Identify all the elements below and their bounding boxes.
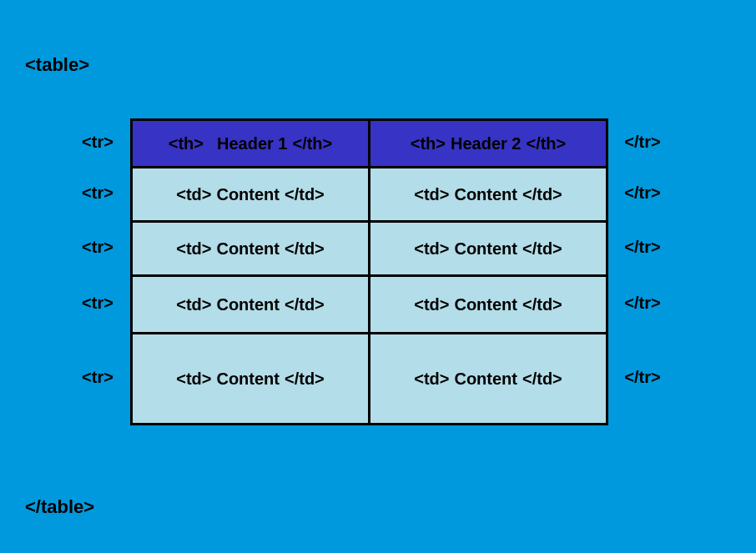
- header-1-text: Header 1: [217, 134, 288, 153]
- header-row: <tr> <th> Header 1 </th> <th> Header 2 <…: [65, 118, 671, 166]
- td-open-tag: <td>: [414, 295, 449, 314]
- tr-open-tag: <tr>: [65, 133, 130, 152]
- body-cell-4-1: <td> Content </td>: [130, 332, 370, 425]
- body-cell-1-1: <td> Content </td>: [130, 166, 370, 223]
- td-close-tag: </td>: [522, 185, 562, 204]
- header-2-text: Header 2: [451, 134, 522, 153]
- table-open-tag: <table>: [25, 54, 89, 76]
- td-close-tag: </td>: [522, 239, 562, 259]
- td-open-tag: <td>: [176, 239, 211, 259]
- tr-open-tag: <tr>: [65, 238, 130, 257]
- td-close-tag: </td>: [285, 295, 325, 314]
- content-text: Content: [454, 370, 517, 389]
- body-cell-3-1: <td> Content </td>: [130, 274, 370, 334]
- td-open-tag: <td>: [414, 185, 449, 204]
- th-open-tag: <th>: [411, 134, 446, 153]
- th-open-tag: <th>: [169, 134, 204, 153]
- header-cell-1: <th> Header 1 </th>: [130, 118, 370, 168]
- td-close-tag: </td>: [285, 185, 325, 204]
- header-cell-2: <th> Header 2 </th>: [368, 118, 608, 168]
- td-close-tag: </td>: [522, 295, 562, 314]
- content-text: Content: [216, 239, 280, 259]
- table-close-tag: </table>: [25, 496, 94, 518]
- th-close-tag: </th>: [526, 134, 566, 153]
- tr-close-tag: </tr>: [606, 133, 671, 152]
- content-text: Content: [216, 295, 280, 314]
- tr-close-tag: </tr>: [606, 368, 671, 387]
- tr-close-tag: </tr>: [606, 294, 671, 313]
- tr-open-tag: <tr>: [65, 183, 130, 203]
- body-cell-2-1: <td> Content </td>: [130, 220, 370, 277]
- body-cell-4-2: <td> Content </td>: [368, 332, 608, 425]
- body-row-4: <tr> <td> Content </td> <td> Content </t…: [65, 332, 671, 423]
- body-cell-1-2: <td> Content </td>: [368, 166, 608, 223]
- body-row-3: <tr> <td> Content </td> <td> Content </t…: [65, 274, 671, 332]
- body-cell-2-2: <td> Content </td>: [368, 220, 608, 277]
- td-close-tag: </td>: [285, 370, 325, 389]
- td-open-tag: <td>: [176, 370, 211, 389]
- content-text: Content: [454, 185, 517, 204]
- tr-close-tag: </tr>: [606, 183, 671, 203]
- td-open-tag: <td>: [414, 370, 449, 389]
- table-diagram: <tr> <th> Header 1 </th> <th> Header 2 <…: [65, 118, 671, 423]
- content-text: Content: [454, 295, 517, 314]
- tr-close-tag: </tr>: [606, 238, 671, 257]
- content-text: Content: [216, 370, 280, 389]
- td-open-tag: <td>: [176, 185, 211, 204]
- tr-open-tag: <tr>: [65, 368, 130, 387]
- body-row-2: <tr> <td> Content </td> <td> Content </t…: [65, 220, 671, 274]
- td-open-tag: <td>: [414, 239, 449, 259]
- tr-open-tag: <tr>: [65, 294, 130, 313]
- td-open-tag: <td>: [176, 295, 211, 314]
- td-close-tag: </td>: [522, 370, 562, 389]
- body-cell-3-2: <td> Content </td>: [368, 274, 608, 334]
- td-close-tag: </td>: [285, 239, 325, 259]
- content-text: Content: [454, 239, 517, 259]
- body-row-1: <tr> <td> Content </td> <td> Content </t…: [65, 166, 671, 220]
- th-close-tag: </th>: [292, 134, 332, 153]
- content-text: Content: [216, 185, 280, 204]
